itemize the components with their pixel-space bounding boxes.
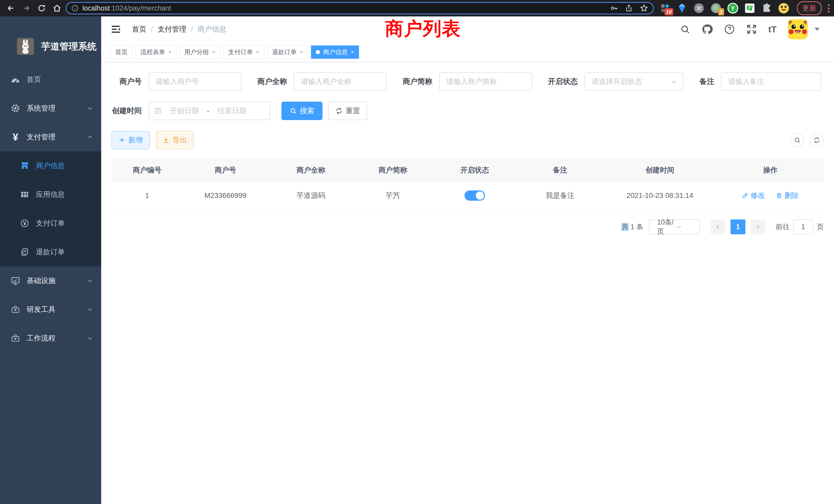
sidebar-item-payment[interactable]: ¥ 支付管理 — [0, 123, 101, 152]
sidebar-item-pay-order[interactable]: 支付订单 — [0, 209, 101, 238]
breadcrumb-home[interactable]: 首页 — [132, 24, 146, 34]
tab-refund-order[interactable]: 退款订单× — [267, 45, 308, 59]
th-full-name: 商户全称 — [268, 158, 354, 182]
search-icon[interactable] — [680, 24, 690, 35]
sidebar-item-workflow[interactable]: 工作流程 — [0, 324, 101, 352]
tab-process-form[interactable]: 流程表单× — [136, 45, 176, 59]
add-button[interactable]: 新增 — [111, 131, 150, 150]
merchant-full-input[interactable] — [294, 72, 387, 91]
cell-create-time: 2021-10-23 08:31:14 — [603, 182, 717, 209]
chevron-down-icon — [671, 78, 677, 85]
sidebar-item-dev-tools[interactable]: 研发工具 — [0, 295, 101, 324]
goto-label: 前往 — [776, 222, 790, 231]
refresh-button[interactable] — [810, 133, 824, 147]
font-size-icon[interactable]: tT — [768, 24, 776, 35]
extension-status-icon[interactable]: 1 — [710, 3, 722, 14]
tab-merchant-info[interactable]: 商户信息× — [311, 45, 359, 59]
th-create-time: 创建时间 — [603, 158, 717, 182]
extension-grid-icon[interactable]: 10 — [659, 3, 671, 14]
sidebar-item-refund-order[interactable]: 退款订单 — [0, 238, 101, 266]
svg-text:Y: Y — [731, 5, 735, 12]
sidebar-item-home[interactable]: 首页 — [0, 65, 101, 94]
extension-badge: 10 — [664, 8, 673, 16]
fullscreen-icon[interactable] — [746, 24, 757, 35]
reset-button[interactable]: 重置 — [328, 101, 367, 120]
extension-emoji-icon[interactable] — [778, 3, 789, 14]
show-search-toggle-button[interactable] — [790, 133, 804, 147]
grid-icon — [19, 190, 30, 199]
password-key-icon[interactable] — [610, 4, 618, 12]
menu-fold-icon[interactable] — [110, 24, 121, 35]
sidebar-item-system[interactable]: 系统管理 — [0, 94, 101, 123]
prev-page-button[interactable] — [710, 220, 725, 234]
merchant-no-input[interactable] — [148, 72, 241, 91]
app-logo-row[interactable]: 芋道管理系统 — [0, 17, 101, 65]
browser-home-icon[interactable] — [50, 2, 64, 15]
create-time-range-picker[interactable]: - — [148, 101, 270, 120]
merchant-short-input[interactable] — [439, 72, 532, 91]
close-icon[interactable]: × — [351, 49, 354, 55]
monitor-icon — [10, 276, 21, 285]
next-page-button[interactable] — [750, 220, 765, 234]
sidebar-item-infra[interactable]: 基础设施 — [0, 266, 101, 295]
extension-command-icon[interactable]: ⌘ — [693, 3, 705, 14]
start-date-input[interactable] — [164, 107, 205, 115]
search-button[interactable]: 搜索 — [281, 101, 323, 120]
svg-text:⌘: ⌘ — [696, 5, 702, 12]
status-toggle[interactable] — [464, 190, 485, 201]
avatar[interactable] — [788, 19, 808, 39]
chevron-down-icon — [87, 306, 93, 313]
close-icon[interactable]: × — [300, 49, 303, 55]
active-dot — [316, 50, 320, 54]
shop-icon — [19, 161, 30, 170]
yen-icon: ¥ — [10, 132, 21, 142]
total-count: 共 1 条 — [622, 222, 643, 231]
chevron-up-icon — [87, 134, 93, 140]
browser-reload-icon[interactable] — [35, 2, 48, 15]
th-status: 开启状态 — [432, 158, 518, 182]
close-icon[interactable]: × — [212, 49, 215, 55]
delete-link[interactable]: 删除 — [776, 191, 799, 201]
extension-green-y-icon[interactable]: Y — [727, 3, 739, 14]
extension-puzzle-icon[interactable] — [761, 3, 772, 14]
close-icon[interactable]: × — [168, 49, 172, 55]
cell-actions: 修改 删除 — [717, 182, 824, 209]
th-merchant-id: 商户编号 — [111, 158, 182, 182]
github-icon[interactable] — [702, 24, 713, 35]
remark-input[interactable] — [721, 72, 821, 91]
status-select[interactable]: 请选择开启状态 — [585, 72, 683, 91]
export-button[interactable]: 导出 — [156, 131, 194, 150]
tab-pay-order[interactable]: 支付订单× — [223, 45, 264, 59]
sidebar: 芋道管理系统 首页 系统管理 ¥ 支付管理 — [0, 17, 101, 504]
th-short-name: 商户简称 — [354, 158, 432, 182]
chevron-down-icon — [87, 335, 93, 342]
site-info-icon[interactable] — [71, 4, 79, 12]
end-date-input[interactable] — [211, 107, 253, 115]
extension-chat-icon[interactable] — [744, 3, 755, 14]
yen-circle-icon — [19, 219, 30, 228]
bookmark-star-icon[interactable] — [640, 4, 649, 13]
th-remark: 备注 — [518, 158, 603, 182]
address-bar[interactable]: localhost:1024/pay/merchant — [66, 2, 654, 14]
page-number-button[interactable]: 1 — [730, 220, 745, 234]
filter-label-merchant-no: 商户号 — [111, 76, 142, 87]
sidebar-item-merchant-info[interactable]: 商户信息 — [0, 152, 101, 180]
browser-update-button[interactable]: 更新 — [797, 1, 822, 15]
page-content: 商户号 商户全称 商户简称 开启状态 请选择开启状态 — [101, 62, 834, 504]
browser-menu-icon[interactable] — [828, 4, 830, 13]
close-icon[interactable]: × — [256, 49, 259, 55]
browser-back-icon[interactable] — [4, 2, 18, 15]
share-icon[interactable] — [625, 4, 633, 12]
sidebar-item-app-info[interactable]: 应用信息 — [0, 180, 101, 209]
extension-gem-icon[interactable] — [676, 3, 688, 14]
gear-icon — [10, 104, 21, 113]
avatar-caret-icon[interactable] — [814, 28, 820, 31]
edit-link[interactable]: 修改 — [742, 191, 765, 201]
tab-user-group[interactable]: 用户分组× — [179, 45, 220, 59]
goto-page-input[interactable] — [793, 220, 813, 234]
help-icon[interactable] — [724, 24, 735, 35]
tab-home[interactable]: 首页 — [110, 45, 132, 59]
chevron-down-icon — [676, 224, 695, 230]
page-size-select[interactable]: 10条/页 — [649, 220, 700, 234]
browser-forward-icon[interactable] — [20, 2, 33, 15]
